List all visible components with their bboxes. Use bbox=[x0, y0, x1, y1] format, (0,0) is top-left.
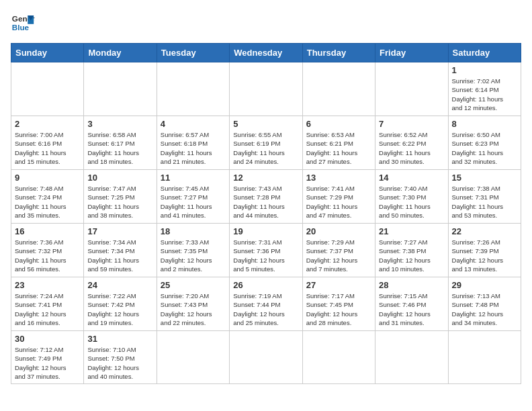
calendar-cell bbox=[375, 331, 448, 384]
day-info: Sunrise: 7:43 AM Sunset: 7:28 PM Dayligh… bbox=[233, 184, 298, 220]
week-row-6: 30Sunrise: 7:12 AM Sunset: 7:49 PM Dayli… bbox=[11, 331, 521, 384]
day-info: Sunrise: 7:45 AM Sunset: 7:27 PM Dayligh… bbox=[161, 184, 226, 220]
day-info: Sunrise: 7:47 AM Sunset: 7:25 PM Dayligh… bbox=[87, 184, 152, 220]
day-info: Sunrise: 6:52 AM Sunset: 6:22 PM Dayligh… bbox=[379, 130, 444, 166]
day-info: Sunrise: 7:29 AM Sunset: 7:37 PM Dayligh… bbox=[306, 238, 371, 273]
calendar-cell: 21Sunrise: 7:27 AM Sunset: 7:38 PM Dayli… bbox=[375, 224, 448, 277]
week-row-4: 16Sunrise: 7:36 AM Sunset: 7:32 PM Dayli… bbox=[11, 224, 521, 277]
calendar-cell: 7Sunrise: 6:52 AM Sunset: 6:22 PM Daylig… bbox=[375, 116, 448, 170]
calendar-cell: 26Sunrise: 7:19 AM Sunset: 7:44 PM Dayli… bbox=[230, 277, 302, 331]
day-info: Sunrise: 6:58 AM Sunset: 6:17 PM Dayligh… bbox=[87, 130, 152, 166]
weekday-header-tuesday: Tuesday bbox=[157, 44, 229, 62]
calendar-cell: 6Sunrise: 6:53 AM Sunset: 6:21 PM Daylig… bbox=[302, 116, 375, 170]
day-number: 4 bbox=[161, 119, 226, 129]
day-number: 13 bbox=[306, 173, 371, 183]
calendar-cell bbox=[157, 62, 229, 116]
weekday-header-sunday: Sunday bbox=[11, 44, 84, 62]
day-number: 5 bbox=[233, 119, 298, 129]
calendar-cell: 3Sunrise: 6:58 AM Sunset: 6:17 PM Daylig… bbox=[84, 116, 157, 170]
calendar-cell: 2Sunrise: 7:00 AM Sunset: 6:16 PM Daylig… bbox=[11, 116, 84, 170]
calendar-cell: 28Sunrise: 7:15 AM Sunset: 7:46 PM Dayli… bbox=[375, 277, 448, 331]
day-info: Sunrise: 7:38 AM Sunset: 7:31 PM Dayligh… bbox=[452, 184, 517, 220]
week-row-5: 23Sunrise: 7:24 AM Sunset: 7:41 PM Dayli… bbox=[11, 277, 521, 331]
day-number: 27 bbox=[306, 280, 371, 290]
calendar-cell: 19Sunrise: 7:31 AM Sunset: 7:36 PM Dayli… bbox=[230, 224, 302, 277]
day-info: Sunrise: 7:40 AM Sunset: 7:30 PM Dayligh… bbox=[379, 184, 444, 220]
day-info: Sunrise: 7:34 AM Sunset: 7:34 PM Dayligh… bbox=[87, 238, 152, 273]
day-info: Sunrise: 6:50 AM Sunset: 6:23 PM Dayligh… bbox=[452, 130, 517, 166]
day-info: Sunrise: 7:12 AM Sunset: 7:49 PM Dayligh… bbox=[15, 345, 80, 381]
week-row-1: 1Sunrise: 7:02 AM Sunset: 6:14 PM Daylig… bbox=[11, 62, 521, 116]
day-info: Sunrise: 7:41 AM Sunset: 7:29 PM Dayligh… bbox=[306, 184, 371, 220]
day-number: 2 bbox=[15, 119, 80, 129]
day-info: Sunrise: 7:00 AM Sunset: 6:16 PM Dayligh… bbox=[15, 130, 80, 166]
day-info: Sunrise: 7:13 AM Sunset: 7:48 PM Dayligh… bbox=[452, 291, 517, 327]
calendar-cell: 4Sunrise: 6:57 AM Sunset: 6:18 PM Daylig… bbox=[157, 116, 229, 170]
calendar-cell bbox=[302, 331, 375, 384]
calendar-cell: 31Sunrise: 7:10 AM Sunset: 7:50 PM Dayli… bbox=[84, 331, 157, 384]
day-number: 1 bbox=[452, 65, 517, 75]
calendar-cell: 29Sunrise: 7:13 AM Sunset: 7:48 PM Dayli… bbox=[448, 277, 521, 331]
week-row-2: 2Sunrise: 7:00 AM Sunset: 6:16 PM Daylig… bbox=[11, 116, 521, 170]
calendar-cell: 1Sunrise: 7:02 AM Sunset: 6:14 PM Daylig… bbox=[448, 62, 521, 116]
calendar-cell: 14Sunrise: 7:40 AM Sunset: 7:30 PM Dayli… bbox=[375, 170, 448, 224]
svg-text:Blue: Blue bbox=[12, 23, 30, 32]
day-number: 20 bbox=[306, 226, 371, 236]
weekday-header-thursday: Thursday bbox=[302, 44, 375, 62]
calendar-cell: 8Sunrise: 6:50 AM Sunset: 6:23 PM Daylig… bbox=[448, 116, 521, 170]
day-info: Sunrise: 7:22 AM Sunset: 7:42 PM Dayligh… bbox=[87, 291, 152, 327]
day-info: Sunrise: 7:24 AM Sunset: 7:41 PM Dayligh… bbox=[15, 291, 80, 327]
calendar-cell: 10Sunrise: 7:47 AM Sunset: 7:25 PM Dayli… bbox=[84, 170, 157, 224]
day-info: Sunrise: 7:17 AM Sunset: 7:45 PM Dayligh… bbox=[306, 291, 371, 327]
day-number: 8 bbox=[452, 119, 517, 129]
calendar-cell bbox=[11, 62, 84, 116]
day-number: 15 bbox=[452, 173, 517, 183]
calendar-cell bbox=[448, 331, 521, 384]
calendar-cell: 30Sunrise: 7:12 AM Sunset: 7:49 PM Dayli… bbox=[11, 331, 84, 384]
calendar-cell: 12Sunrise: 7:43 AM Sunset: 7:28 PM Dayli… bbox=[230, 170, 302, 224]
page-header: General Blue bbox=[11, 11, 521, 35]
day-number: 9 bbox=[15, 173, 80, 183]
calendar-cell: 18Sunrise: 7:33 AM Sunset: 7:35 PM Dayli… bbox=[157, 224, 229, 277]
generalblue-logo-icon: General Blue bbox=[11, 11, 35, 35]
day-number: 30 bbox=[15, 334, 80, 344]
logo-area: General Blue bbox=[11, 11, 35, 35]
day-info: Sunrise: 7:33 AM Sunset: 7:35 PM Dayligh… bbox=[161, 238, 226, 273]
day-number: 18 bbox=[161, 226, 226, 236]
calendar-cell bbox=[230, 331, 302, 384]
day-info: Sunrise: 7:02 AM Sunset: 6:14 PM Dayligh… bbox=[452, 77, 517, 112]
calendar-cell: 24Sunrise: 7:22 AM Sunset: 7:42 PM Dayli… bbox=[84, 277, 157, 331]
day-number: 31 bbox=[87, 334, 152, 344]
day-info: Sunrise: 7:26 AM Sunset: 7:39 PM Dayligh… bbox=[452, 238, 517, 273]
day-number: 14 bbox=[379, 173, 444, 183]
day-info: Sunrise: 7:36 AM Sunset: 7:32 PM Dayligh… bbox=[15, 238, 80, 273]
day-info: Sunrise: 7:19 AM Sunset: 7:44 PM Dayligh… bbox=[233, 291, 298, 327]
calendar-cell: 17Sunrise: 7:34 AM Sunset: 7:34 PM Dayli… bbox=[84, 224, 157, 277]
day-number: 23 bbox=[15, 280, 80, 290]
day-info: Sunrise: 7:48 AM Sunset: 7:24 PM Dayligh… bbox=[15, 184, 80, 220]
calendar-table: SundayMondayTuesdayWednesdayThursdayFrid… bbox=[11, 43, 521, 384]
day-number: 24 bbox=[87, 280, 152, 290]
calendar-cell: 25Sunrise: 7:20 AM Sunset: 7:43 PM Dayli… bbox=[157, 277, 229, 331]
weekday-header-monday: Monday bbox=[84, 44, 157, 62]
day-number: 16 bbox=[15, 226, 80, 236]
day-number: 6 bbox=[306, 119, 371, 129]
calendar-cell: 23Sunrise: 7:24 AM Sunset: 7:41 PM Dayli… bbox=[11, 277, 84, 331]
weekday-header-row: SundayMondayTuesdayWednesdayThursdayFrid… bbox=[11, 44, 521, 62]
day-number: 25 bbox=[161, 280, 226, 290]
calendar-cell: 27Sunrise: 7:17 AM Sunset: 7:45 PM Dayli… bbox=[302, 277, 375, 331]
calendar-cell bbox=[157, 331, 229, 384]
day-number: 22 bbox=[452, 226, 517, 236]
day-number: 17 bbox=[87, 226, 152, 236]
day-number: 26 bbox=[233, 280, 298, 290]
day-number: 29 bbox=[452, 280, 517, 290]
weekday-header-friday: Friday bbox=[375, 44, 448, 62]
day-number: 10 bbox=[87, 173, 152, 183]
day-info: Sunrise: 7:20 AM Sunset: 7:43 PM Dayligh… bbox=[161, 291, 226, 327]
day-number: 12 bbox=[233, 173, 298, 183]
day-number: 28 bbox=[379, 280, 444, 290]
day-info: Sunrise: 6:57 AM Sunset: 6:18 PM Dayligh… bbox=[161, 130, 226, 166]
day-info: Sunrise: 7:10 AM Sunset: 7:50 PM Dayligh… bbox=[87, 345, 152, 381]
calendar-cell: 22Sunrise: 7:26 AM Sunset: 7:39 PM Dayli… bbox=[448, 224, 521, 277]
calendar-cell: 16Sunrise: 7:36 AM Sunset: 7:32 PM Dayli… bbox=[11, 224, 84, 277]
